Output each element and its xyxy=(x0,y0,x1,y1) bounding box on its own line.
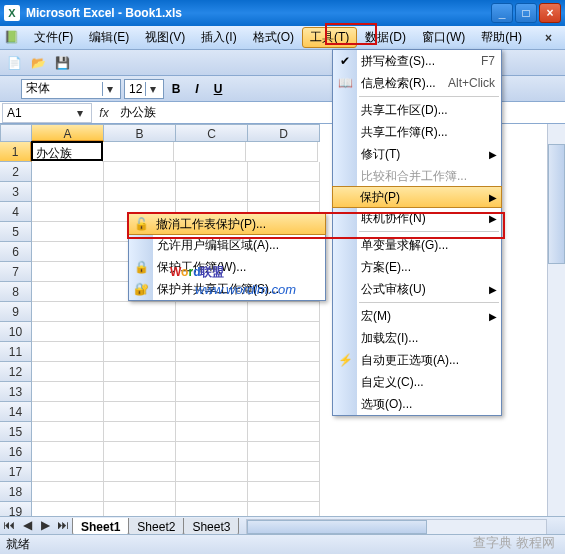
cell[interactable] xyxy=(176,422,248,442)
cell[interactable] xyxy=(104,462,176,482)
menu-data[interactable]: 数据(D) xyxy=(357,27,414,48)
menu-macro[interactable]: 宏(M) ▶ xyxy=(333,305,501,327)
tab-first-icon[interactable]: ⏮ xyxy=(0,518,18,536)
col-header[interactable]: A xyxy=(32,124,104,142)
cell[interactable] xyxy=(104,442,176,462)
row-header[interactable]: 8 xyxy=(0,282,32,302)
cell[interactable] xyxy=(104,162,176,182)
cell[interactable] xyxy=(102,142,174,162)
cell[interactable] xyxy=(32,182,104,202)
menu-scenarios[interactable]: 方案(E)... xyxy=(333,256,501,278)
menu-insert[interactable]: 插入(I) xyxy=(193,27,244,48)
minimize-button[interactable]: _ xyxy=(491,3,513,23)
menu-window[interactable]: 窗口(W) xyxy=(414,27,473,48)
menu-research[interactable]: 📖 信息检索(R)... Alt+Click xyxy=(333,72,501,94)
row-header[interactable]: 16 xyxy=(0,442,32,462)
cell[interactable] xyxy=(104,402,176,422)
cell[interactable] xyxy=(248,182,320,202)
scroll-thumb[interactable] xyxy=(548,144,565,264)
cell[interactable] xyxy=(176,402,248,422)
row-header[interactable]: 3 xyxy=(0,182,32,202)
tab-next-icon[interactable]: ▶ xyxy=(36,518,54,536)
cell[interactable] xyxy=(32,222,104,242)
cell[interactable] xyxy=(32,162,104,182)
cell[interactable] xyxy=(246,142,318,162)
cell[interactable] xyxy=(248,362,320,382)
cell[interactable] xyxy=(32,342,104,362)
save-icon[interactable]: 💾 xyxy=(52,53,72,73)
cell[interactable] xyxy=(32,242,104,262)
cell[interactable] xyxy=(248,162,320,182)
cell[interactable] xyxy=(176,382,248,402)
row-header[interactable]: 4 xyxy=(0,202,32,222)
cell[interactable] xyxy=(32,262,104,282)
menu-formula-auditing[interactable]: 公式审核(U) ▶ xyxy=(333,278,501,300)
cell[interactable] xyxy=(248,322,320,342)
cell[interactable] xyxy=(176,482,248,502)
row-header[interactable]: 10 xyxy=(0,322,32,342)
cell[interactable] xyxy=(32,482,104,502)
sheet-tab-2[interactable]: Sheet2 xyxy=(128,518,184,536)
row-header[interactable]: 1 xyxy=(0,142,32,162)
cell[interactable] xyxy=(176,162,248,182)
menu-spellcheck[interactable]: ✔ 拼写检查(S)... F7 xyxy=(333,50,501,72)
row-header[interactable]: 18 xyxy=(0,482,32,502)
row-header[interactable]: 5 xyxy=(0,222,32,242)
col-header[interactable]: C xyxy=(176,124,248,142)
row-header[interactable]: 13 xyxy=(0,382,32,402)
menu-protect[interactable]: 保护(P) ▶ xyxy=(332,186,502,208)
cell[interactable] xyxy=(104,382,176,402)
scroll-thumb[interactable] xyxy=(247,520,426,534)
menu-help[interactable]: 帮助(H) xyxy=(473,27,530,48)
cell[interactable] xyxy=(104,182,176,202)
menu-track-changes[interactable]: 修订(T) ▶ xyxy=(333,143,501,165)
chevron-down-icon[interactable]: ▾ xyxy=(73,106,87,120)
cell[interactable] xyxy=(176,362,248,382)
close-button[interactable]: × xyxy=(539,3,561,23)
cell[interactable] xyxy=(248,462,320,482)
cell[interactable] xyxy=(176,302,248,322)
chevron-down-icon[interactable]: ▾ xyxy=(145,82,159,96)
menu-share-workbook[interactable]: 共享工作簿(R)... xyxy=(333,121,501,143)
vertical-scrollbar[interactable] xyxy=(547,124,565,516)
cell[interactable] xyxy=(32,422,104,442)
italic-button[interactable]: I xyxy=(188,79,206,99)
cell[interactable] xyxy=(104,482,176,502)
cell[interactable] xyxy=(104,302,176,322)
sheet-tab-3[interactable]: Sheet3 xyxy=(183,518,239,536)
cell[interactable] xyxy=(104,422,176,442)
col-header[interactable]: B xyxy=(104,124,176,142)
row-header[interactable]: 12 xyxy=(0,362,32,382)
cell[interactable] xyxy=(32,402,104,422)
row-header[interactable]: 7 xyxy=(0,262,32,282)
cell[interactable] xyxy=(248,482,320,502)
menu-view[interactable]: 视图(V) xyxy=(137,27,193,48)
select-all-corner[interactable] xyxy=(0,124,32,142)
menu-file[interactable]: 文件(F) xyxy=(26,27,81,48)
row-header[interactable]: 9 xyxy=(0,302,32,322)
tab-last-icon[interactable]: ⏭ xyxy=(54,518,72,536)
row-header[interactable]: 6 xyxy=(0,242,32,262)
cell[interactable] xyxy=(174,142,246,162)
cell[interactable] xyxy=(104,342,176,362)
cell[interactable] xyxy=(104,322,176,342)
cell[interactable] xyxy=(176,462,248,482)
menu-format[interactable]: 格式(O) xyxy=(245,27,302,48)
cell[interactable] xyxy=(248,342,320,362)
cell[interactable] xyxy=(32,462,104,482)
underline-button[interactable]: U xyxy=(209,79,227,99)
cell[interactable] xyxy=(32,322,104,342)
row-header[interactable]: 17 xyxy=(0,462,32,482)
cell[interactable] xyxy=(32,282,104,302)
horizontal-scrollbar[interactable] xyxy=(246,519,547,535)
row-header[interactable]: 2 xyxy=(0,162,32,182)
menu-tools[interactable]: 工具(T) xyxy=(302,27,357,48)
cell[interactable] xyxy=(248,442,320,462)
bold-button[interactable]: B xyxy=(167,79,185,99)
cell[interactable] xyxy=(248,422,320,442)
menu-allow-edit-ranges[interactable]: 允许用户编辑区域(A)... xyxy=(129,234,325,256)
maximize-button[interactable]: □ xyxy=(515,3,537,23)
name-box[interactable]: A1 ▾ xyxy=(2,103,92,123)
cell[interactable] xyxy=(248,302,320,322)
cell[interactable] xyxy=(32,382,104,402)
